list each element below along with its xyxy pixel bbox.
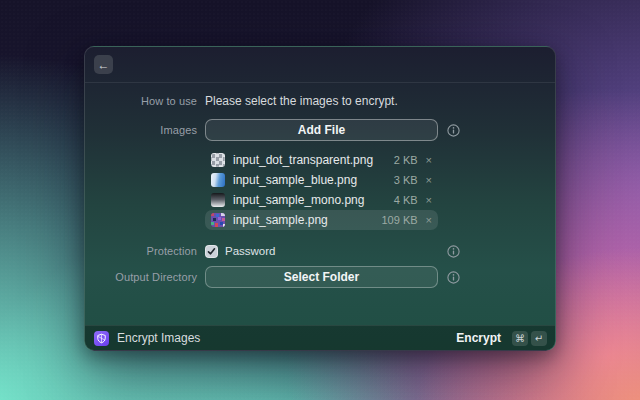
file-size: 4 KB bbox=[394, 194, 418, 206]
form-area: How to use Please select the images to e… bbox=[85, 83, 555, 325]
select-folder-button[interactable]: Select Folder bbox=[205, 266, 438, 288]
file-size: 3 KB bbox=[394, 174, 418, 186]
file-thumbnail-transparent bbox=[211, 153, 225, 167]
password-checkbox[interactable] bbox=[205, 245, 218, 258]
file-size: 109 KB bbox=[381, 214, 417, 226]
file-thumbnail-mono bbox=[211, 193, 225, 207]
how-to-use-row: How to use Please select the images to e… bbox=[85, 93, 555, 109]
action-bar: Encrypt Images Encrypt ⌘ ↵ bbox=[85, 325, 555, 350]
back-arrow-icon: ← bbox=[98, 59, 110, 71]
encrypt-action-button[interactable]: Encrypt bbox=[456, 331, 501, 345]
file-row[interactable]: input_dot_transparent.png 2 KB × bbox=[205, 150, 438, 170]
encrypt-images-app-icon bbox=[94, 331, 109, 346]
info-icon[interactable] bbox=[447, 245, 460, 258]
command-title: Encrypt Images bbox=[117, 331, 200, 345]
encrypt-images-window: ← How to use Please select the images to… bbox=[84, 46, 556, 351]
file-size: 2 KB bbox=[394, 154, 418, 166]
protection-label: Protection bbox=[85, 245, 197, 257]
remove-file-icon[interactable]: × bbox=[426, 175, 432, 186]
file-list: input_dot_transparent.png 2 KB × input_s… bbox=[205, 150, 438, 230]
info-icon[interactable] bbox=[447, 124, 460, 137]
window-header: ← bbox=[85, 47, 555, 83]
output-directory-row: Output Directory Select Folder bbox=[85, 266, 555, 288]
command-key-icon: ⌘ bbox=[512, 331, 528, 346]
remove-file-icon[interactable]: × bbox=[426, 155, 432, 166]
remove-file-icon[interactable]: × bbox=[426, 195, 432, 206]
checkmark-icon bbox=[207, 247, 216, 256]
how-to-use-label: How to use bbox=[85, 95, 197, 107]
back-button[interactable]: ← bbox=[94, 55, 113, 74]
file-row[interactable]: input_sample_mono.png 4 KB × bbox=[205, 190, 438, 210]
how-to-use-text: Please select the images to encrypt. bbox=[205, 94, 398, 108]
password-checkbox-label: Password bbox=[225, 245, 276, 257]
protection-row: Protection Password bbox=[85, 243, 555, 259]
file-row-selected[interactable]: input_sample.png 109 KB × bbox=[205, 210, 438, 230]
return-key-icon: ↵ bbox=[531, 331, 547, 346]
file-thumbnail-noise bbox=[211, 213, 225, 227]
file-name: input_sample_blue.png bbox=[233, 173, 357, 187]
info-icon[interactable] bbox=[447, 271, 460, 284]
add-file-button[interactable]: Add File bbox=[205, 119, 438, 141]
file-name: input_sample.png bbox=[233, 213, 328, 227]
output-directory-label: Output Directory bbox=[85, 271, 197, 283]
shield-icon bbox=[96, 333, 107, 344]
file-row[interactable]: input_sample_blue.png 3 KB × bbox=[205, 170, 438, 190]
images-label: Images bbox=[85, 124, 197, 136]
file-thumbnail-blue bbox=[211, 173, 225, 187]
file-name: input_dot_transparent.png bbox=[233, 153, 373, 167]
remove-file-icon[interactable]: × bbox=[426, 215, 432, 226]
images-row: Images Add File bbox=[85, 119, 555, 141]
file-name: input_sample_mono.png bbox=[233, 193, 364, 207]
